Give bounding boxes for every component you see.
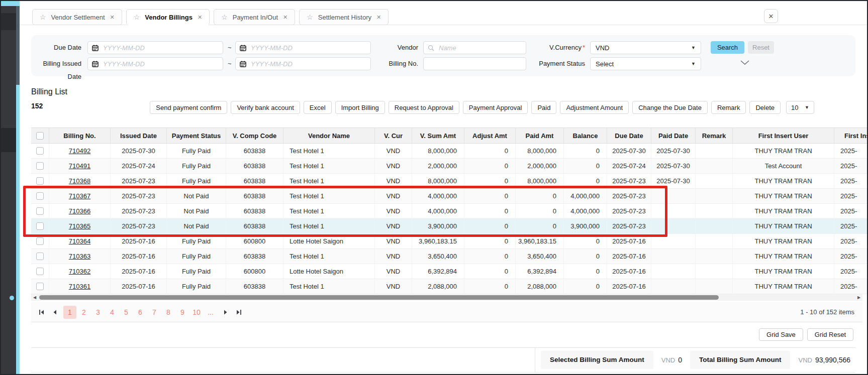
- row-checkbox[interactable]: [36, 162, 44, 170]
- row-checkbox[interactable]: [36, 177, 44, 185]
- table-row[interactable]: 7103632025-07-16Fully Paid603838Test Hot…: [31, 249, 868, 264]
- billing-no-link[interactable]: 710363: [69, 253, 90, 260]
- action-button-adjustment-amount[interactable]: Adjustment Amount: [560, 101, 629, 114]
- billing-no-link[interactable]: 710367: [69, 192, 90, 200]
- pager-page-4[interactable]: 4: [106, 306, 119, 319]
- pager-page-3[interactable]: 3: [91, 306, 105, 319]
- pager-page-8[interactable]: 8: [162, 306, 175, 319]
- tab-close-icon[interactable]: ✕: [110, 14, 115, 21]
- tab-settlement-history[interactable]: ☆Settlement History✕: [299, 9, 389, 25]
- column-header-paid-amt: Paid Amt: [516, 128, 564, 143]
- grid-save-button[interactable]: Grid Save: [759, 328, 803, 341]
- v-currency-select[interactable]: VND ▼: [590, 41, 701, 54]
- table-row[interactable]: 7103622025-07-16Fully Paid600800Lotte Ho…: [31, 264, 868, 279]
- cell-issued-date: 2025-07-16: [111, 234, 167, 248]
- table-row[interactable]: 7103672025-07-23Not Paid603838Test Hotel…: [31, 189, 868, 204]
- table-row[interactable]: 7103652025-07-23Not Paid603838Test Hotel…: [31, 219, 868, 234]
- billing-no-input[interactable]: [423, 57, 526, 70]
- billing-no-link[interactable]: 710364: [69, 237, 90, 245]
- row-checkbox[interactable]: [36, 192, 44, 200]
- action-button-delete[interactable]: Delete: [749, 101, 781, 114]
- tab-close-icon[interactable]: ✕: [198, 14, 202, 21]
- scrollbar-thumb[interactable]: [39, 295, 719, 300]
- pager-page-9[interactable]: 9: [176, 306, 189, 319]
- action-button-remark[interactable]: Remark: [711, 101, 746, 114]
- horizontal-scrollbar[interactable]: ◀ ▶: [31, 294, 862, 301]
- close-icon[interactable]: ✕: [764, 9, 778, 23]
- table-row[interactable]: 7104922025-07-30Fully Paid603838Test Hot…: [31, 144, 868, 159]
- tab-payment-in-out[interactable]: ☆Payment In/Out✕: [214, 9, 295, 25]
- table-row[interactable]: 7104912025-07-24Fully Paid603838Test Hot…: [31, 159, 868, 174]
- table-row[interactable]: 7103662025-07-23Not Paid603838Test Hotel…: [31, 204, 868, 219]
- select-all-checkbox[interactable]: [36, 132, 44, 140]
- cell-due-date: 2025-07-16: [607, 249, 651, 264]
- page-size-select[interactable]: 10▼: [786, 101, 814, 114]
- billing-issued-date-from-input[interactable]: [87, 57, 223, 70]
- cell-billing-no: 710363: [49, 249, 111, 264]
- pager-page-1[interactable]: 1: [63, 306, 76, 319]
- billing-no-link[interactable]: 710491: [69, 162, 90, 170]
- search-button[interactable]: Search: [711, 41, 744, 54]
- billing-no-field[interactable]: [428, 60, 522, 68]
- star-icon[interactable]: ☆: [307, 13, 313, 21]
- pager-page-5[interactable]: 5: [120, 306, 133, 319]
- due-date-to-input[interactable]: [235, 41, 371, 54]
- pager-next-icon[interactable]: [219, 306, 232, 319]
- action-button-request-to-approval[interactable]: Request to Approval: [389, 101, 459, 114]
- row-checkbox[interactable]: [36, 268, 44, 275]
- billing-no-link[interactable]: 710368: [69, 177, 90, 185]
- action-button-change-the-due-date[interactable]: Change the Due Date: [632, 101, 708, 114]
- action-button-paid[interactable]: Paid: [531, 101, 556, 114]
- grid-reset-button[interactable]: Grid Reset: [807, 328, 853, 341]
- pager-last-icon[interactable]: [232, 306, 245, 319]
- filter-expand-chevron-icon[interactable]: [737, 58, 752, 66]
- billing-issued-date-to-field[interactable]: [250, 60, 366, 68]
- pager-first-icon[interactable]: [35, 306, 48, 319]
- scroll-left-icon[interactable]: ◀: [31, 294, 38, 301]
- billing-no-link[interactable]: 710362: [69, 268, 90, 275]
- pager-page-7[interactable]: 7: [148, 306, 161, 319]
- due-date-from-field[interactable]: [102, 44, 219, 52]
- row-checkbox[interactable]: [36, 147, 44, 155]
- billing-issued-date-to-input[interactable]: [235, 57, 371, 70]
- pager-more[interactable]: ...: [204, 306, 217, 319]
- table-row[interactable]: 7103682025-07-23Fully Paid603838Test Hot…: [31, 174, 868, 189]
- action-button-verify-bank-account[interactable]: Verify bank account: [231, 101, 300, 114]
- row-checkbox[interactable]: [36, 283, 44, 290]
- row-checkbox[interactable]: [36, 207, 44, 215]
- tab-vendor-settlement[interactable]: ☆Vendor Settlement✕: [32, 9, 122, 25]
- vendor-search-input[interactable]: [423, 41, 526, 54]
- payment-status-select[interactable]: Select ▼: [590, 57, 701, 70]
- cell-comp-code: 600800: [226, 264, 283, 279]
- star-icon[interactable]: ☆: [134, 13, 140, 21]
- row-checkbox[interactable]: [36, 222, 44, 230]
- billing-issued-date-from-field[interactable]: [102, 60, 219, 68]
- billing-no-link[interactable]: 710361: [69, 283, 90, 290]
- action-button-payment-approval[interactable]: Payment Approval: [463, 101, 528, 114]
- pager-page-10[interactable]: 10: [190, 306, 203, 319]
- action-button-import-billing[interactable]: Import Billing: [335, 101, 385, 114]
- billing-no-link[interactable]: 710365: [69, 222, 90, 230]
- table-row[interactable]: 7103612025-07-16Fully Paid603838Test Hot…: [31, 279, 868, 294]
- billing-no-link[interactable]: 710366: [69, 207, 90, 215]
- vendor-name-field[interactable]: [438, 44, 522, 52]
- table-row[interactable]: 7103642025-07-16Fully Paid600800Lotte Ho…: [31, 234, 868, 249]
- billing-no-link[interactable]: 710492: [69, 147, 90, 155]
- action-button-excel[interactable]: Excel: [304, 101, 332, 114]
- star-icon[interactable]: ☆: [40, 13, 46, 21]
- pager-page-2[interactable]: 2: [77, 306, 90, 319]
- pager-page-6[interactable]: 6: [134, 306, 147, 319]
- reset-button[interactable]: Reset: [748, 41, 774, 54]
- star-icon[interactable]: ☆: [221, 13, 228, 21]
- action-button-send-payment-confirm[interactable]: Send payment confirm: [150, 101, 227, 114]
- scroll-right-icon[interactable]: ▶: [855, 294, 862, 301]
- due-date-from-input[interactable]: [87, 41, 223, 54]
- tab-close-icon[interactable]: ✕: [283, 14, 287, 21]
- tab-close-icon[interactable]: ✕: [376, 14, 381, 21]
- cell-due-date: 2025-07-23: [607, 189, 651, 203]
- row-checkbox[interactable]: [36, 237, 44, 245]
- pager-prev-icon[interactable]: [48, 306, 61, 319]
- row-checkbox[interactable]: [36, 253, 44, 260]
- due-date-to-field[interactable]: [250, 44, 366, 52]
- tab-vendor-billings[interactable]: ☆Vendor Billings✕: [126, 9, 210, 25]
